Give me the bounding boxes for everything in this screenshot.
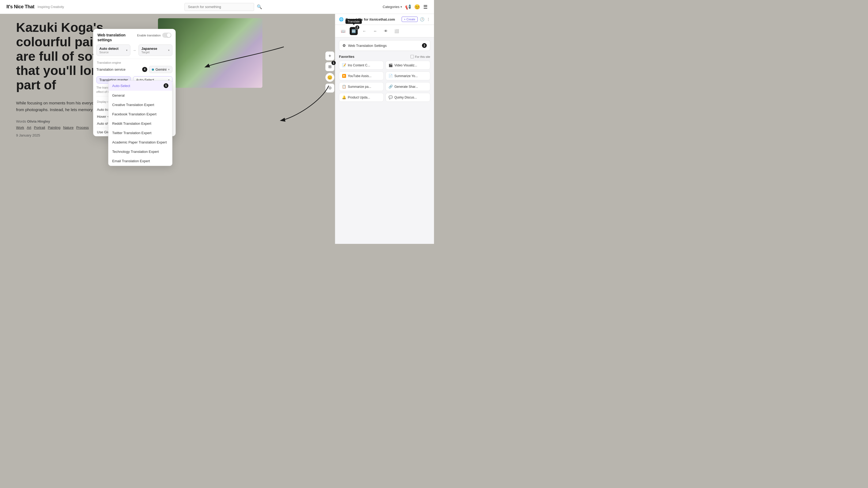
settings-gear-icon: ⚙ [342, 43, 346, 47]
service-row: Translation service 4 Gemini ▾ [93, 65, 176, 75]
tag-painting[interactable]: Painting [48, 126, 61, 130]
translate-tooltip: Translate [345, 19, 362, 24]
fav-icon-1: 🎬 [389, 63, 393, 67]
fav-label-0: Ins Content C... [348, 63, 370, 67]
extension-history-icon[interactable]: 🕐 [420, 17, 424, 22]
fav-icon-0: 📝 [342, 63, 346, 67]
for-this-site-toggle[interactable]: For this site [410, 55, 430, 58]
author-label: Words [16, 120, 26, 123]
service-value: Gemini [156, 67, 166, 71]
favorite-item-3[interactable]: 📄 Summarize Yo... [385, 71, 430, 80]
service-selector[interactable]: Gemini ▾ [149, 66, 173, 73]
fav-label-6: Product Upda... [348, 96, 370, 99]
fav-icon-5: 🔗 [389, 85, 393, 89]
favorites-section: Favorites For this site 📝 Ins Content C.… [335, 53, 434, 104]
tag-nature[interactable]: Nature [63, 126, 74, 130]
favorite-item-0[interactable]: 📝 Ins Content C... [339, 61, 384, 70]
search-icon[interactable]: 🔍 [257, 4, 262, 9]
checkbox-icon [410, 55, 414, 58]
float-settings-btn[interactable]: ⚙ [325, 84, 334, 93]
enable-label: Enable translation [137, 34, 161, 37]
gemini-dot-icon [152, 68, 154, 71]
fav-icon-3: 📄 [389, 74, 393, 78]
enable-toggle-row: Enable translation [137, 33, 172, 38]
favorite-item-2[interactable]: ▶️ YouTube Assis... [339, 71, 384, 80]
favorite-item-6[interactable]: 🔔 Product Upda... [339, 93, 384, 102]
chevron-down-icon: ▾ [401, 5, 402, 8]
service-chevron-icon: ▾ [168, 68, 169, 71]
favorite-item-1[interactable]: 🎬 Video Visualiz... [385, 61, 430, 70]
save-icon-btn[interactable]: ⬜ [393, 27, 401, 35]
float-qr-btn[interactable]: ⊞ 1 [325, 62, 334, 71]
navbar-menu-icon[interactable]: ☰ [423, 4, 428, 10]
navbar-announcement-icon[interactable]: 📢 [405, 4, 411, 10]
navbar-logo[interactable]: It's Nice That [6, 4, 34, 10]
translate-icon-btn[interactable]: 🔤 Translate 2 [350, 27, 358, 35]
web-translation-settings-label: Web Translation Settings [348, 44, 420, 47]
float-face-btn[interactable]: 😊 [325, 73, 334, 82]
dropdown-item-creative[interactable]: Creative Translation Expert [108, 100, 172, 109]
fav-label-7: Quirky Discus... [394, 96, 417, 99]
dropdown-item-academic[interactable]: Academic Paper Translation Expert [108, 138, 172, 147]
favorite-item-7[interactable]: 💬 Quirky Discus... [385, 93, 430, 102]
service-label: Translation service [96, 67, 141, 71]
tag-portrait[interactable]: Portrait [34, 126, 45, 130]
target-lang-selector[interactable]: Japanese Target ▾ [138, 44, 173, 56]
dropdown-auto-select-label: Auto-Select [112, 84, 130, 88]
dropdown-item-twitter[interactable]: Twitter Translation Expert [108, 128, 172, 138]
fav-label-1: Video Visualiz... [394, 63, 417, 67]
dropdown-badge-5: 5 [163, 83, 168, 88]
dropdown-item-email[interactable]: Email Translation Expert [108, 156, 172, 166]
favorite-item-4[interactable]: 📋 Summarize pa... [339, 82, 384, 91]
dropdown-item-general[interactable]: General [108, 91, 172, 100]
dropdown-item-reddit[interactable]: Reddit Translation Expert [108, 119, 172, 128]
fav-icon-6: 🔔 [342, 95, 346, 99]
favorites-title: Favorites [339, 55, 354, 59]
web-translation-settings-btn[interactable]: ⚙ Web Translation Settings 3 [339, 40, 430, 51]
enable-toggle[interactable] [162, 33, 172, 38]
navbar: It's Nice That Inspiring Creativity 🔍 Ca… [0, 0, 434, 14]
translate-icon: 🔤 [351, 29, 356, 33]
dropdown-item-technology[interactable]: Technology Translation Expert [108, 147, 172, 156]
swap-icon-btn[interactable]: ↔ [371, 27, 379, 35]
fav-icon-2: ▶️ [342, 74, 346, 78]
favorites-header: Favorites For this site [339, 55, 430, 59]
for-this-site-label: For this site [415, 55, 430, 58]
extension-more-icon[interactable]: ⋮ [427, 17, 430, 22]
fav-icon-4: 📋 [342, 85, 346, 89]
tag-process[interactable]: Process [76, 126, 89, 130]
source-lang-name: Auto detect [99, 46, 119, 51]
favorite-item-5[interactable]: 🔗 Generate Shar... [385, 82, 430, 91]
navbar-categories[interactable]: Categories ▾ [382, 5, 402, 9]
back-icon-btn[interactable]: ← [360, 27, 368, 35]
extension-toolbar: 📖 🔤 Translate 2 ← ↔ 👁 ⬜ [335, 25, 434, 37]
navbar-search-area: 🔍 [67, 3, 379, 11]
book-icon-btn[interactable]: 📖 [339, 27, 347, 35]
extension-globe-icon: 🌐 [339, 17, 343, 22]
source-lang-selector[interactable]: Auto detect Source ▾ [96, 44, 130, 56]
fav-icon-7: 💬 [389, 95, 393, 99]
fav-label-4: Summarize pa... [348, 85, 371, 89]
source-lang-label: Source [99, 51, 119, 54]
favorites-grid: 📝 Ins Content C... 🎬 Video Visualiz... ▶… [339, 61, 430, 102]
target-lang-name: Japanese [142, 46, 157, 51]
navbar-face-icon[interactable]: 😊 [414, 4, 420, 10]
float-plus-btn[interactable]: + [325, 52, 334, 61]
badge-2: 2 [355, 25, 360, 30]
tag-art[interactable]: Art [27, 126, 31, 130]
dropdown-item-facebook[interactable]: Facebook Translation Expert [108, 109, 172, 119]
page-content: Kazuki Koga's colourful paintings are fu… [0, 14, 434, 244]
engine-section-label: Translation engine [93, 59, 176, 65]
lang-selectors-row: Auto detect Source ▾ → Japanese Target ▾ [93, 44, 176, 59]
eye-icon-btn[interactable]: 👁 [382, 27, 390, 35]
dropdown-item-auto-select[interactable]: Auto-Select 5 [108, 80, 172, 91]
author-name: Olivia Hingley [27, 120, 50, 123]
floating-sidebar: + ⊞ 1 😊 ⚙ [325, 52, 334, 93]
fav-label-3: Summarize Yo... [394, 74, 418, 78]
panel-title: Web translation settings [97, 33, 134, 42]
navbar-tagline: Inspiring Creativity [37, 5, 64, 9]
tag-work[interactable]: Work [16, 126, 24, 130]
navbar-search-input[interactable] [184, 3, 254, 11]
extension-create-button[interactable]: + Create [402, 17, 418, 22]
fav-label-2: YouTube Assis... [348, 74, 372, 78]
